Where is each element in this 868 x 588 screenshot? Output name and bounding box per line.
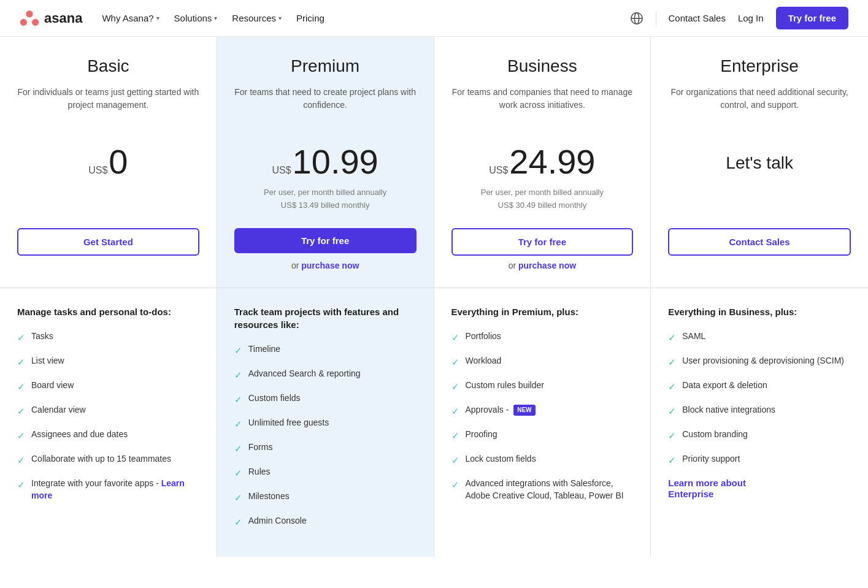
check-icon: ✓ <box>668 380 676 393</box>
list-item: ✓Milestones <box>234 491 417 504</box>
nav-log-in[interactable]: Log In <box>738 13 764 23</box>
plan-business-desc: For teams and companies that need to man… <box>451 86 634 130</box>
list-item: ✓Calendar view <box>17 404 199 418</box>
list-item: ✓Collaborate with up to 15 teammates <box>17 453 199 467</box>
check-icon: ✓ <box>234 516 242 529</box>
learn-more-enterprise-link[interactable]: Learn more about Enterprise <box>668 478 746 499</box>
list-item: ✓List view <box>17 355 199 368</box>
plan-enterprise: Enterprise For organizations that need a… <box>651 37 868 288</box>
nav-pricing[interactable]: Pricing <box>296 13 325 23</box>
plan-business-name: Business <box>451 56 634 76</box>
plan-basic: Basic For individuals or teams just gett… <box>0 37 217 288</box>
list-item: ✓Advanced integrations with Salesforce, … <box>451 478 634 502</box>
check-icon: ✓ <box>17 356 25 368</box>
check-icon: ✓ <box>234 368 242 381</box>
logo[interactable]: asana <box>20 9 82 28</box>
plan-premium-billing: Per user, per month billed annually US$ … <box>234 186 417 216</box>
check-icon: ✓ <box>17 454 25 467</box>
plan-basic-cta[interactable]: Get Started <box>17 228 199 256</box>
plan-premium-cta[interactable]: Try for free <box>234 228 417 253</box>
list-item: ✓Custom branding <box>668 429 851 442</box>
plan-enterprise-cta[interactable]: Contact Sales <box>668 228 851 256</box>
plan-business-price: US$ 24.99 <box>451 145 634 181</box>
learn-more-link[interactable]: Learn more <box>31 478 185 500</box>
nav-links: Why Asana? ▾ Solutions ▾ Resources ▾ Pri… <box>102 13 325 23</box>
check-icon: ✓ <box>451 331 459 344</box>
feature-enterprise-list: ✓SAML ✓User provisioning & deprovisionin… <box>668 330 851 467</box>
check-icon: ✓ <box>234 442 242 455</box>
list-item: ✓Integrate with your favorite apps - Lea… <box>17 478 199 502</box>
check-icon: ✓ <box>451 356 459 368</box>
logo-text: asana <box>44 10 82 26</box>
feature-col-premium: Track team projects with features and re… <box>217 288 434 557</box>
check-icon: ✓ <box>451 405 459 418</box>
list-item: ✓Admin Console <box>234 515 417 529</box>
plan-business-cta[interactable]: Try for free <box>451 228 634 256</box>
list-item: ✓Board view <box>17 380 199 393</box>
list-item: ✓Workload <box>451 355 634 368</box>
chevron-down-icon: ▾ <box>278 15 282 21</box>
nav-try-free-button[interactable]: Try for free <box>776 7 848 29</box>
svg-point-0 <box>26 10 33 17</box>
plan-basic-name: Basic <box>17 56 199 76</box>
plan-premium-amount: 10.99 <box>293 145 378 179</box>
check-icon: ✓ <box>668 454 676 467</box>
nav-divider <box>656 11 656 26</box>
plan-basic-desc: For individuals or teams just getting st… <box>17 86 199 130</box>
list-item: ✓Approvals - NEW <box>451 404 634 418</box>
plan-enterprise-desc: For organizations that need additional s… <box>668 86 851 130</box>
check-icon: ✓ <box>451 454 459 467</box>
list-item: ✓Lock custom fields <box>451 453 634 467</box>
feature-col-business: Everything in Premium, plus: ✓Portfolios… <box>434 288 651 557</box>
feature-business-list: ✓Portfolios ✓Workload ✓Custom rules buil… <box>451 330 634 502</box>
plan-premium: Premium For teams that need to create pr… <box>217 37 434 288</box>
list-item: ✓Unlimited free guests <box>234 417 417 430</box>
check-icon: ✓ <box>234 393 242 406</box>
nav-solutions[interactable]: Solutions ▾ <box>174 13 218 23</box>
list-item: ✓Proofing <box>451 429 634 442</box>
nav-right: Contact Sales Log In Try for free <box>630 7 848 29</box>
feature-premium-list: ✓Timeline ✓Advanced Search & reporting ✓… <box>234 343 417 529</box>
chevron-down-icon: ▾ <box>214 15 217 21</box>
pricing-grid: Basic For individuals or teams just gett… <box>0 37 868 288</box>
check-icon: ✓ <box>668 429 676 442</box>
list-item: ✓Portfolios <box>451 330 634 344</box>
check-icon: ✓ <box>17 380 25 393</box>
check-icon: ✓ <box>17 331 25 344</box>
plan-business-amount: 24.99 <box>509 145 595 179</box>
check-icon: ✓ <box>234 418 242 430</box>
list-item: ✓Rules <box>234 466 417 479</box>
check-icon: ✓ <box>234 344 242 357</box>
plan-business: Business For teams and companies that ne… <box>434 37 651 288</box>
plan-basic-amount: 0 <box>109 145 128 179</box>
nav-contact-sales[interactable]: Contact Sales <box>669 13 726 23</box>
check-icon: ✓ <box>17 478 25 491</box>
plan-business-purchase: or purchase now <box>451 261 634 270</box>
plan-premium-purchase-link[interactable]: purchase now <box>301 261 359 270</box>
check-icon: ✓ <box>17 429 25 442</box>
list-item: ✓Timeline <box>234 343 417 357</box>
feature-premium-header: Track team projects with features and re… <box>234 305 417 331</box>
svg-point-1 <box>20 18 27 25</box>
feature-basic-list: ✓Tasks ✓List view ✓Board view ✓Calendar … <box>17 330 199 502</box>
list-item: ✓Tasks <box>17 330 199 344</box>
plan-premium-price: US$ 10.99 <box>234 145 417 181</box>
plan-premium-name: Premium <box>234 56 417 76</box>
plan-business-currency: US$ <box>489 165 508 176</box>
plan-enterprise-billing <box>668 186 851 216</box>
svg-point-2 <box>32 18 39 25</box>
nav-resources[interactable]: Resources ▾ <box>232 13 282 23</box>
plan-basic-billing <box>17 186 199 216</box>
list-item: ✓SAML <box>668 330 851 344</box>
nav-why-asana[interactable]: Why Asana? ▾ <box>102 13 159 23</box>
check-icon: ✓ <box>451 478 459 491</box>
check-icon: ✓ <box>234 491 242 504</box>
list-item: ✓Custom fields <box>234 392 417 406</box>
feature-col-enterprise: Everything in Business, plus: ✓SAML ✓Use… <box>651 288 868 557</box>
feature-business-header: Everything in Premium, plus: <box>451 305 634 318</box>
plan-business-purchase-link[interactable]: purchase now <box>518 261 576 270</box>
plan-premium-currency: US$ <box>272 165 291 176</box>
globe-icon[interactable] <box>630 12 643 25</box>
list-item: ✓Data export & deletion <box>668 380 851 393</box>
check-icon: ✓ <box>17 405 25 418</box>
